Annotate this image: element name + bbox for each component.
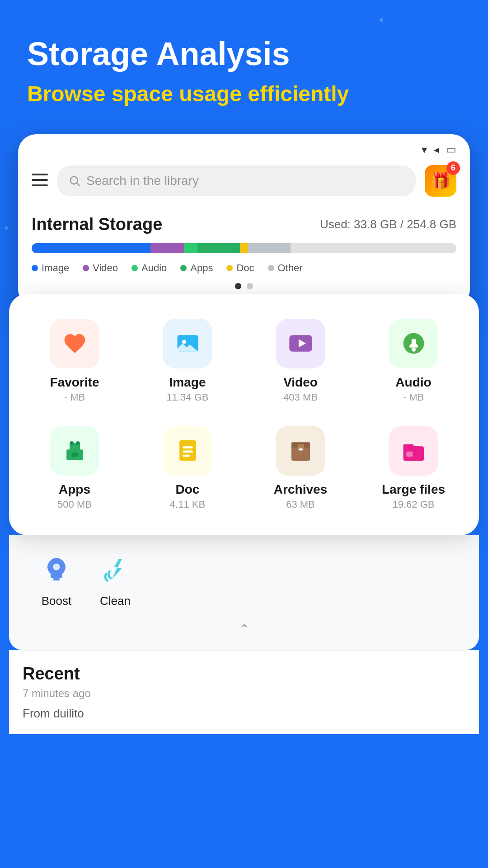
wifi-icon: ▾: [422, 143, 427, 156]
recent-section: Recent 7 minutes ago From duilito: [9, 650, 479, 734]
apps-label: Apps: [59, 482, 90, 497]
phone-card: ▾ ◂ ▭ Search in the library 🎁 6 Interna: [18, 134, 470, 307]
page-dot-1[interactable]: [235, 283, 241, 289]
svg-rect-27: [53, 578, 60, 580]
battery-icon: ▭: [446, 143, 456, 156]
svg-rect-2: [32, 184, 48, 186]
svg-point-10: [411, 348, 415, 352]
svg-rect-1: [32, 179, 48, 181]
recent-from: From duilito: [23, 707, 465, 721]
large-size: 19.62 GB: [393, 499, 435, 510]
grid-item-video[interactable]: Video 403 MB: [249, 312, 352, 410]
top-bar: Search in the library 🎁 6: [18, 160, 470, 206]
status-bar: ▾ ◂ ▭: [18, 134, 470, 160]
large-icon: [389, 426, 438, 476]
chevron-up-icon[interactable]: ⌃: [23, 617, 465, 641]
action-clean[interactable]: Clean: [95, 549, 136, 608]
bottom-card: Boost Clean ⌃: [9, 535, 479, 650]
legend-item-audio: Audio: [131, 262, 167, 274]
storage-used: Used: 33.8 GB / 254.8 GB: [320, 217, 456, 231]
recent-time: 7 minutes ago: [23, 687, 465, 700]
svg-rect-23: [298, 448, 302, 451]
legend-dot: [268, 265, 274, 271]
bar-doc: [240, 243, 249, 253]
favorite-label: Favorite: [50, 375, 99, 390]
audio-label: Audio: [395, 375, 431, 390]
archives-label: Archives: [274, 482, 327, 497]
legend-item-video: Video: [83, 262, 118, 274]
storage-title: Internal Storage: [32, 215, 162, 234]
bar-video: [150, 243, 184, 253]
clean-label: Clean: [100, 594, 131, 608]
audio-size: - MB: [403, 392, 424, 403]
legend-label: Apps: [190, 262, 213, 274]
legend-item-other: Other: [268, 262, 303, 274]
svg-rect-24: [403, 447, 424, 461]
svg-point-6: [182, 340, 186, 344]
legend-label: Audio: [141, 262, 167, 274]
video-icon: [276, 319, 325, 368]
recent-title: Recent: [23, 664, 465, 684]
audio-icon: [389, 319, 438, 368]
image-icon: [163, 319, 212, 368]
boost-icon: [36, 549, 77, 590]
grid-card: Favorite - MB Image 11.34 GB Video 403 M…: [9, 294, 479, 535]
page-dot-2[interactable]: [247, 283, 253, 289]
bar-other: [248, 243, 291, 253]
legend-dot: [131, 265, 138, 271]
svg-line-4: [77, 183, 80, 186]
apps-size: 500 MB: [57, 499, 92, 510]
gift-button[interactable]: 🎁 6: [425, 165, 456, 197]
grid-item-favorite[interactable]: Favorite - MB: [23, 312, 127, 410]
legend-label: Video: [93, 262, 118, 274]
legend-label: Doc: [236, 262, 254, 274]
favorite-size: - MB: [64, 392, 85, 403]
bar-audio: [184, 243, 197, 253]
bg-decoration-dots-right: for(let i=0;i<48;i++) document.currentSc…: [380, 18, 470, 90]
grid-item-archives[interactable]: Archives 63 MB: [249, 419, 352, 517]
bar-apps: [197, 243, 240, 253]
grid-item-doc[interactable]: Doc 4.11 KB: [136, 419, 239, 517]
storage-section: Internal Storage Used: 33.8 GB / 254.8 G…: [18, 206, 470, 307]
svg-point-13: [70, 441, 74, 445]
legend-dot: [32, 265, 38, 271]
legend-dot: [83, 265, 89, 271]
legend-label: Other: [278, 262, 303, 274]
legend-dot: [180, 265, 187, 271]
grid-item-large[interactable]: Large files 19.62 GB: [361, 419, 465, 517]
search-icon: [68, 175, 81, 187]
storage-bar: [32, 243, 456, 253]
action-boost[interactable]: Boost: [36, 549, 77, 608]
clean-icon: [95, 549, 136, 590]
image-label: Image: [169, 375, 206, 390]
svg-rect-17: [183, 447, 193, 449]
search-bar[interactable]: Search in the library: [57, 165, 416, 196]
doc-label: Doc: [176, 482, 200, 497]
grid-item-image[interactable]: Image 11.34 GB: [136, 312, 239, 410]
legend-item-apps: Apps: [180, 262, 213, 274]
legend-label: Image: [42, 262, 69, 274]
svg-point-28: [53, 563, 60, 570]
grid-item-apps[interactable]: Apps 500 MB: [23, 419, 127, 517]
grid-items-container: Favorite - MB Image 11.34 GB Video 403 M…: [23, 312, 465, 517]
search-placeholder: Search in the library: [86, 174, 199, 188]
bottom-actions: Boost Clean: [23, 549, 465, 617]
favorite-icon: [50, 319, 99, 368]
menu-icon[interactable]: [32, 173, 48, 189]
svg-rect-26: [406, 452, 413, 457]
bar-image: [32, 243, 150, 253]
apps-icon: [50, 426, 99, 476]
svg-point-3: [70, 176, 78, 184]
svg-rect-18: [183, 451, 193, 453]
legend-item-doc: Doc: [226, 262, 254, 274]
doc-icon: [163, 426, 212, 476]
page-dots: [32, 283, 456, 294]
image-size: 11.34 GB: [167, 392, 209, 403]
legend-dot: [226, 265, 233, 271]
gift-badge: 6: [446, 161, 460, 175]
svg-point-14: [75, 441, 80, 445]
video-size: 403 MB: [283, 392, 318, 403]
archives-size: 63 MB: [286, 499, 315, 510]
grid-item-audio[interactable]: Audio - MB: [361, 312, 465, 410]
boost-label: Boost: [42, 594, 72, 608]
